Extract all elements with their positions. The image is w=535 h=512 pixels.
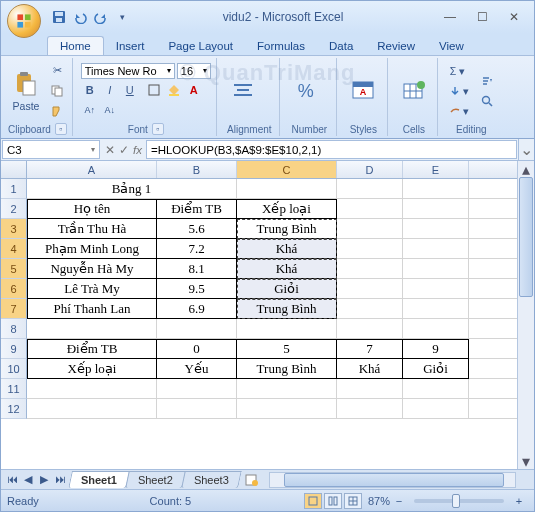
- row-header[interactable]: 1: [1, 179, 27, 199]
- page-break-view-icon[interactable]: [344, 493, 362, 509]
- grow-font-button[interactable]: A↑: [81, 101, 99, 119]
- cell-B8[interactable]: [157, 319, 237, 339]
- cell-E4[interactable]: [403, 239, 469, 259]
- column-header-A[interactable]: A: [27, 161, 157, 178]
- cell-D4[interactable]: [337, 239, 403, 259]
- cell-A8[interactable]: [27, 319, 157, 339]
- prev-sheet-icon[interactable]: ◀: [21, 473, 35, 486]
- cell-D5[interactable]: [337, 259, 403, 279]
- clipboard-dialog-icon[interactable]: ▫: [55, 123, 67, 135]
- minimize-button[interactable]: —: [436, 8, 464, 26]
- column-header-C[interactable]: C: [237, 161, 337, 178]
- cell-B5[interactable]: 8.1: [157, 259, 237, 279]
- cell-B12[interactable]: [157, 399, 237, 419]
- cell-C6[interactable]: Giỏi: [237, 279, 337, 299]
- cell-B4[interactable]: 7.2: [157, 239, 237, 259]
- last-sheet-icon[interactable]: ⏭: [53, 473, 67, 486]
- cell-E5[interactable]: [403, 259, 469, 279]
- cell-E3[interactable]: [403, 219, 469, 239]
- font-color-button[interactable]: A: [185, 81, 203, 99]
- close-button[interactable]: ✕: [500, 8, 528, 26]
- cell-B9[interactable]: 0: [157, 339, 237, 359]
- row-header[interactable]: 10: [1, 359, 27, 379]
- row-header[interactable]: 2: [1, 199, 27, 219]
- tab-insert[interactable]: Insert: [104, 37, 157, 55]
- cell-E12[interactable]: [403, 399, 469, 419]
- row-header[interactable]: 9: [1, 339, 27, 359]
- tab-home[interactable]: Home: [47, 36, 104, 55]
- cell-D7[interactable]: [337, 299, 403, 319]
- row-header[interactable]: 11: [1, 379, 27, 399]
- cell-C11[interactable]: [237, 379, 337, 399]
- border-button[interactable]: [145, 81, 163, 99]
- fx-icon[interactable]: fx: [133, 144, 142, 156]
- cell-D9[interactable]: 7: [337, 339, 403, 359]
- sort-filter-button[interactable]: [477, 72, 497, 90]
- cell-E9[interactable]: 9: [403, 339, 469, 359]
- expand-formula-bar-icon[interactable]: ⌄: [518, 139, 534, 160]
- worksheet-grid[interactable]: ABCDE 1Bảng 12Họ tênĐiểm TBXếp loại3Trần…: [1, 161, 534, 469]
- cells-button[interactable]: [396, 75, 432, 107]
- scroll-up-icon[interactable]: ▴: [518, 161, 534, 177]
- row-header[interactable]: 12: [1, 399, 27, 419]
- styles-button[interactable]: A: [345, 75, 381, 107]
- clear-button[interactable]: ▾: [446, 102, 473, 120]
- tab-data[interactable]: Data: [317, 37, 365, 55]
- fill-button[interactable]: ▾: [446, 82, 473, 100]
- paste-button[interactable]: Paste: [8, 68, 44, 114]
- cell-A11[interactable]: [27, 379, 157, 399]
- vertical-scrollbar[interactable]: ▴ ▾: [517, 161, 534, 469]
- office-button[interactable]: [7, 4, 41, 38]
- cell-C2[interactable]: Xếp loại: [237, 199, 337, 219]
- sheet-tab-sheet3[interactable]: Sheet3: [181, 471, 241, 488]
- new-sheet-icon[interactable]: [243, 471, 261, 489]
- italic-button[interactable]: I: [101, 81, 119, 99]
- cell-C9[interactable]: 5: [237, 339, 337, 359]
- row-header[interactable]: 7: [1, 299, 27, 319]
- qat-customize-icon[interactable]: ▾: [114, 9, 130, 25]
- cell-C5[interactable]: Khá: [237, 259, 337, 279]
- cell-D10[interactable]: Khá: [337, 359, 403, 379]
- normal-view-icon[interactable]: [304, 493, 322, 509]
- cell-E7[interactable]: [403, 299, 469, 319]
- cell-B6[interactable]: 9.5: [157, 279, 237, 299]
- cell-E1[interactable]: [403, 179, 469, 199]
- cell-C3[interactable]: Trung Bình: [237, 219, 337, 239]
- cell-D11[interactable]: [337, 379, 403, 399]
- sheet-tab-sheet2[interactable]: Sheet2: [125, 471, 185, 488]
- row-header[interactable]: 3: [1, 219, 27, 239]
- zoom-level[interactable]: 87%: [368, 495, 390, 507]
- cell-B3[interactable]: 5.6: [157, 219, 237, 239]
- cell-A9[interactable]: Điểm TB: [27, 339, 157, 359]
- find-select-button[interactable]: [477, 92, 497, 110]
- cell-B11[interactable]: [157, 379, 237, 399]
- format-painter-icon[interactable]: [48, 102, 66, 120]
- save-icon[interactable]: [51, 9, 67, 25]
- column-header-E[interactable]: E: [403, 161, 469, 178]
- zoom-out-icon[interactable]: −: [390, 492, 408, 510]
- formula-bar[interactable]: =HLOOKUP(B3,$A$9:$E$10,2,1): [146, 140, 517, 159]
- cell-A10[interactable]: Xếp loại: [27, 359, 157, 379]
- cut-icon[interactable]: ✂: [48, 62, 66, 80]
- row-header[interactable]: 4: [1, 239, 27, 259]
- cancel-formula-icon[interactable]: ✕: [105, 143, 115, 157]
- underline-button[interactable]: U: [121, 81, 139, 99]
- sheet-tab-sheet1[interactable]: Sheet1: [68, 471, 130, 488]
- cell-E2[interactable]: [403, 199, 469, 219]
- enter-formula-icon[interactable]: ✓: [119, 143, 129, 157]
- row-header[interactable]: 8: [1, 319, 27, 339]
- cell-D3[interactable]: [337, 219, 403, 239]
- cell-E6[interactable]: [403, 279, 469, 299]
- cell-A2[interactable]: Họ tên: [27, 199, 157, 219]
- cell-D2[interactable]: [337, 199, 403, 219]
- font-size-combo[interactable]: 16▾: [177, 63, 211, 79]
- cell-C12[interactable]: [237, 399, 337, 419]
- cell-B10[interactable]: Yếu: [157, 359, 237, 379]
- cell-B2[interactable]: Điểm TB: [157, 199, 237, 219]
- fill-color-button[interactable]: [165, 81, 183, 99]
- cell-E10[interactable]: Giỏi: [403, 359, 469, 379]
- font-name-combo[interactable]: Times New Ro▾: [81, 63, 175, 79]
- number-button[interactable]: %: [288, 75, 324, 107]
- cell-C10[interactable]: Trung Bình: [237, 359, 337, 379]
- cell-A5[interactable]: Nguyễn Hà My: [27, 259, 157, 279]
